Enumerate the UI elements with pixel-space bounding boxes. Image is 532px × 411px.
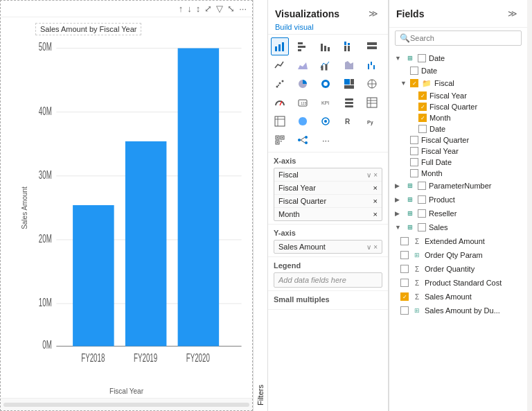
tree-item-sales[interactable]: ▼ ⊞ Sales: [389, 220, 527, 234]
tree-item-fiscal[interactable]: ▼ 📁 Fiscal: [389, 76, 527, 90]
full-date-checkbox[interactable]: [410, 158, 418, 166]
gauge-icon[interactable]: [271, 94, 289, 112]
tree-item-fiscal-quarter2[interactable]: Fiscal Quarter: [389, 134, 527, 146]
small-multiples-zone: Small multiples: [268, 291, 388, 310]
tree-item-date[interactable]: ▼ ⊞ Date: [389, 51, 527, 65]
slicer-icon[interactable]: [340, 94, 358, 112]
date-checkbox[interactable]: [418, 54, 426, 62]
tree-item-fiscal-year2[interactable]: Fiscal Year: [389, 146, 527, 157]
scroll-track[interactable]: [3, 403, 249, 407]
100pct-bar-icon[interactable]: [363, 37, 381, 55]
table2-icon[interactable]: [363, 94, 381, 112]
filters-tab[interactable]: Filters: [253, 0, 267, 411]
x-axis-month-remove[interactable]: ×: [373, 210, 378, 218]
tree-item-full-date[interactable]: Full Date: [389, 157, 527, 168]
fiscal-label: Fiscal: [434, 79, 454, 87]
svg-rect-32: [367, 46, 377, 49]
product-checkbox[interactable]: [418, 195, 426, 204]
order-quantity-checkbox[interactable]: [400, 265, 409, 273]
fiscal-year-checkbox[interactable]: [418, 91, 427, 100]
matrix-icon[interactable]: [271, 112, 289, 130]
x-axis-fiscal-year-remove[interactable]: ×: [373, 184, 378, 192]
tree-item-fiscal-year[interactable]: Fiscal Year: [389, 90, 527, 101]
sales-amount-du-checkbox[interactable]: [400, 306, 409, 315]
fiscal-date-checkbox[interactable]: [418, 125, 427, 133]
y-axis-remove-icon[interactable]: ×: [373, 243, 378, 251]
azure-map-icon[interactable]: [317, 112, 335, 130]
tree-item-fiscal-quarter[interactable]: Fiscal Quarter: [389, 101, 527, 112]
filled-map-icon[interactable]: [294, 112, 312, 130]
filter-icon[interactable]: ▽: [216, 3, 223, 14]
svg-rect-74: [281, 141, 282, 142]
sort-icon[interactable]: ↕: [196, 3, 201, 14]
x-axis-fiscal-quarter-remove[interactable]: ×: [373, 197, 378, 205]
r-script-icon[interactable]: R: [340, 112, 358, 130]
line-clustered-icon[interactable]: [317, 56, 335, 74]
scatter-icon[interactable]: [271, 75, 289, 93]
tree-item-month2[interactable]: Month: [389, 168, 527, 179]
date-date-checkbox[interactable]: [410, 67, 418, 75]
more-visuals-icon[interactable]: ···: [317, 131, 335, 149]
stacked-column-icon[interactable]: [340, 37, 358, 55]
sort-asc-icon[interactable]: ↑: [179, 3, 184, 14]
y-axis-chevron-icon[interactable]: ∨: [366, 243, 371, 251]
waterfall-icon[interactable]: [363, 56, 381, 74]
x-axis-remove-icon[interactable]: ×: [373, 171, 378, 179]
product-std-cost-checkbox[interactable]: [400, 279, 409, 287]
sales-checkbox[interactable]: [418, 223, 426, 231]
tree-item-fiscal-date[interactable]: Date: [389, 123, 527, 134]
expand-icon[interactable]: ⤢: [204, 3, 212, 14]
tree-item-month[interactable]: Month: [389, 112, 527, 123]
chart-scrollbar[interactable]: [1, 398, 252, 410]
x-axis-chevron-icon[interactable]: ∨: [366, 171, 371, 179]
fiscal-quarter2-checkbox[interactable]: [410, 136, 418, 144]
treemap-icon[interactable]: [340, 75, 358, 93]
sales-amount-checkbox[interactable]: [400, 292, 409, 301]
fiscal-quarter-checkbox[interactable]: [418, 103, 427, 111]
tree-item-product[interactable]: ▶ ⊞ Product: [389, 193, 527, 207]
column-chart-icon[interactable]: [317, 37, 335, 55]
line-chart-icon[interactable]: [271, 56, 289, 74]
tree-item-parameter-number[interactable]: ▶ ⊞ ParameterNumber: [389, 179, 527, 193]
product-standard-cost-label: Product Standard Cost: [425, 279, 502, 287]
month2-checkbox[interactable]: [410, 169, 418, 177]
card-icon[interactable]: 123: [294, 94, 312, 112]
map-icon[interactable]: [363, 75, 381, 93]
bar-chart-icon[interactable]: [271, 37, 289, 55]
decomp-tree-icon[interactable]: [294, 131, 312, 149]
tree-item-date-date[interactable]: Date: [389, 65, 527, 76]
tree-item-reseller[interactable]: ▶ ⊞ Reseller: [389, 207, 527, 220]
sales-chevron-icon: ▼: [395, 224, 403, 231]
legend-box[interactable]: Add data fields here: [274, 272, 382, 288]
more-options-icon[interactable]: ···: [239, 3, 247, 14]
search-input[interactable]: [410, 34, 517, 42]
focus-icon[interactable]: ⤡: [227, 3, 235, 14]
donut-icon[interactable]: [317, 75, 335, 93]
python-icon[interactable]: Py: [363, 112, 381, 130]
ribbon-chart-icon[interactable]: [340, 56, 358, 74]
reseller-checkbox[interactable]: [418, 209, 426, 218]
sort-desc-icon[interactable]: ↓: [187, 3, 192, 14]
fields-expand-icon[interactable]: ≫: [505, 6, 520, 21]
viz-subtitle[interactable]: Build visual: [275, 23, 381, 31]
clustered-bar-icon[interactable]: [294, 37, 312, 55]
fiscal-year2-checkbox[interactable]: [410, 147, 418, 155]
pie-chart-icon[interactable]: [294, 75, 312, 93]
qr-icon[interactable]: [271, 131, 289, 149]
extended-amount-checkbox[interactable]: [400, 237, 409, 245]
order-qty-checkbox[interactable]: [400, 251, 409, 259]
tree-item-sales-amount[interactable]: Σ Sales Amount: [389, 290, 527, 304]
tree-item-order-qty-param[interactable]: ⊞ Order Qty Param: [389, 248, 527, 262]
tree-item-sales-amount-du[interactable]: ⊞ Sales Amount by Du...: [389, 304, 527, 317]
tree-item-extended-amount[interactable]: Σ Extended Amount: [389, 234, 527, 248]
fields-search-box[interactable]: 🔍: [395, 30, 522, 46]
tree-item-order-quantity[interactable]: Σ Order Quantity: [389, 262, 527, 276]
parameter-checkbox[interactable]: [418, 182, 426, 190]
tree-item-product-standard-cost[interactable]: Σ Product Standard Cost: [389, 276, 527, 290]
area-chart-icon[interactable]: [294, 56, 312, 74]
kpi-icon[interactable]: KPI: [317, 94, 335, 112]
date-table-icon: ⊞: [405, 53, 416, 64]
fiscal-checkbox[interactable]: [410, 79, 418, 87]
viz-collapse-icon[interactable]: ≫: [366, 6, 381, 21]
month-checkbox[interactable]: [418, 114, 427, 122]
